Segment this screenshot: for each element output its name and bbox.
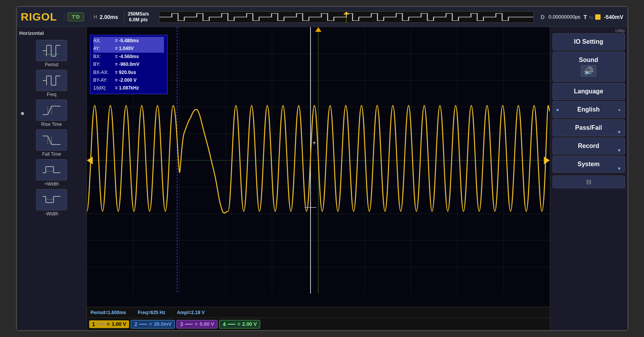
svg-text:T: T (51, 50, 53, 52)
t-indicator (595, 14, 601, 20)
pluswidth-label: +Width (44, 181, 59, 187)
sample-rate: 250MSa/s (128, 11, 149, 17)
freq-label: Freq (47, 92, 57, 97)
h-value[interactable]: 2.00ms (100, 14, 118, 20)
main-area: Horizontal T Period (17, 27, 627, 330)
ax-label: AX: (93, 37, 113, 45)
memory-depth: 6.0M pts (129, 17, 148, 22)
ch2-num: 2 (134, 321, 137, 327)
sidebar-item-minuswidth[interactable]: -Width (36, 189, 67, 217)
ch1-equals: = (107, 321, 110, 327)
h-label: H (94, 14, 97, 20)
trigger-display (159, 11, 534, 23)
waveform-main[interactable]: + AX: = -5.480ms AY: = 1.040V (87, 27, 550, 307)
d-value: 0.00000000ps (549, 14, 580, 20)
channel-2[interactable]: 2 = 20.0mV (131, 320, 175, 328)
sidebar-item-pluswidth[interactable]: +Width (36, 159, 67, 187)
t-voltage: -540mV (604, 14, 623, 20)
waveform-container: + AX: = -5.480ms AY: = 1.040V (87, 27, 550, 330)
ay-row: AY: = 1.040V (93, 45, 164, 52)
byay-value: = -2.000 V (115, 76, 137, 84)
invdx-label: 1/|dX|: (93, 84, 113, 92)
ch3-equals: = (195, 321, 198, 327)
status-period: Period=1.600ms (91, 310, 126, 315)
channel-bar: 1 = 1.00 V 2 = 20.0mV 3 = 5.00 V (87, 318, 550, 330)
status-ampl: Ampl=2.19 V (177, 310, 205, 315)
svg-line-19 (48, 106, 52, 115)
top-bar: RIGOL T'D H 2.00ms 250MSa/s 6.0M pts D 0 (17, 7, 627, 27)
english-indicator-dot: ● (618, 108, 620, 112)
bottom-icon-button[interactable]: ⊟ (552, 175, 625, 188)
sample-section: 250MSa/s 6.0M pts (124, 11, 152, 22)
fall-btn[interactable] (36, 129, 67, 151)
freq-btn[interactable] (36, 70, 67, 91)
oscilloscope: RIGOL T'D H 2.00ms 250MSa/s 6.0M pts D 0 (16, 6, 628, 331)
ch1-line (97, 323, 105, 325)
ax-row: AX: = -5.480ms (93, 37, 164, 45)
svg-text:+: + (312, 139, 316, 146)
sidebar-dot (21, 112, 24, 115)
system-button[interactable]: System (552, 156, 625, 173)
ch4-line (228, 324, 235, 325)
bxax-row: BX-AX: = 920.0us (93, 69, 164, 76)
by-value: = -960.0mV (115, 60, 140, 68)
t-label: T (584, 14, 587, 20)
rise-label: Rise Time (41, 122, 62, 127)
pluswidth-btn[interactable] (36, 159, 67, 181)
bottom-icon: ⊟ (586, 179, 591, 185)
period-btn[interactable]: T (36, 40, 67, 61)
channel-3[interactable]: 3 = 5.00 V (176, 320, 218, 328)
channel-1[interactable]: 1 = 1.00 V (89, 320, 129, 328)
logo: RIGOL (21, 11, 57, 23)
ch3-val: 5.00 V (200, 321, 214, 327)
io-setting-button[interactable]: IO Setting (552, 33, 625, 50)
ay-value: = 1.040V (115, 45, 134, 52)
language-button[interactable]: Language (552, 83, 625, 100)
period-label: Period (45, 62, 59, 67)
sidebar-item-freq[interactable]: Freq (36, 70, 67, 97)
t-section: T ↑↓ -540mV (584, 14, 623, 20)
ch3-num: 3 (180, 321, 183, 327)
sidebar-item-period[interactable]: T Period (36, 40, 67, 67)
english-button[interactable]: English ● (552, 101, 625, 118)
minuswidth-btn[interactable] (36, 189, 67, 210)
status-freq: Freq=625 Hz (138, 310, 165, 315)
sidebar-item-fall[interactable]: Fall Time (36, 129, 67, 157)
bx-row: BX: = -4.560ms (93, 53, 164, 60)
by-label: BY: (93, 60, 113, 68)
t-arrows: ↑↓ (589, 15, 593, 19)
invdx-value: = 1.087kHz (115, 84, 139, 92)
fall-label: Fall Time (42, 151, 61, 157)
ch4-equals: = (237, 321, 240, 327)
pass-fail-button[interactable]: Pass/Fail (552, 119, 625, 136)
minuswidth-label: -Width (45, 211, 59, 217)
sound-button[interactable]: Sound 🔊 (552, 52, 625, 82)
right-sidebar: Utility IO Setting Sound 🔊 Language Engl… (550, 27, 627, 330)
ch2-val: 20.0mV (154, 321, 172, 327)
top-right: D 0.00000000ps (541, 14, 581, 20)
bx-value: = -4.560ms (115, 53, 139, 60)
ch1-val: 1.00 V (112, 321, 126, 327)
mode-badge[interactable]: T'D (67, 12, 84, 21)
invdx-row: 1/|dX|: = 1.087kHz (93, 84, 164, 92)
ch1-num: 1 (92, 321, 95, 327)
svg-marker-62 (544, 156, 549, 164)
channel-4[interactable]: 4 = 2.00 V (219, 320, 260, 328)
timebase-section: H 2.00ms (90, 14, 121, 20)
record-button[interactable]: Record (552, 138, 625, 155)
mode-section: T'D (64, 12, 87, 21)
sidebar-item-rise[interactable]: Rise Time (36, 100, 67, 127)
by-row: BY: = -960.0mV (93, 60, 164, 68)
bxax-label: BX-AX: (93, 69, 113, 76)
bx-label: BX: (93, 53, 113, 60)
rise-btn[interactable] (36, 100, 67, 121)
bxax-value: = 920.0us (115, 69, 136, 76)
byay-row: BY-AY: = -2.000 V (93, 76, 164, 84)
bottom-status: Period=1.600ms Freq=625 Hz Ampl=2.19 V (87, 307, 550, 318)
ch3-line (185, 324, 193, 325)
svg-marker-63 (87, 156, 93, 164)
svg-line-24 (48, 136, 52, 144)
measurement-box: AX: = -5.480ms AY: = 1.040V BX: = -4.560… (90, 35, 167, 94)
svg-marker-0 (343, 12, 349, 14)
ch2-equals: = (149, 321, 152, 327)
